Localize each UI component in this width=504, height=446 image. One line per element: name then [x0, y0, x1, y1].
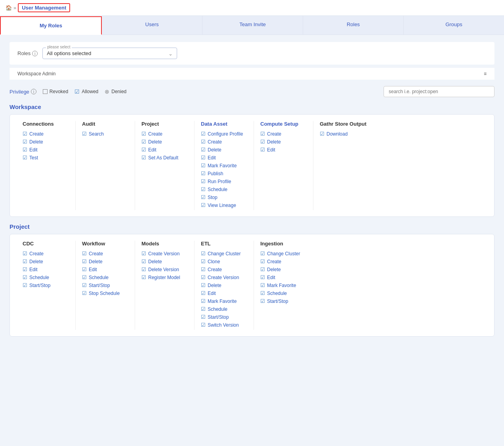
perm-item: ☑Create: [260, 131, 307, 137]
roles-info-icon: i: [32, 51, 38, 56]
check-icon: ☑: [201, 322, 206, 328]
perm-item: ☑View Lineage: [201, 202, 247, 208]
check-icon: ☑: [141, 258, 146, 264]
perm-column-workflow: Workflow☑Create☑Delete☑Edit☑Schedule☑Sta…: [76, 241, 135, 330]
perm-item: ☑Delete: [201, 147, 247, 153]
perm-item: ☑Delete: [201, 282, 247, 288]
perm-item: ☑Create Version: [201, 274, 247, 280]
check-icon: ☑: [23, 274, 27, 280]
check-icon: ☑: [201, 306, 206, 312]
roles-dropdown[interactable]: please select All options selected ⌄: [42, 48, 177, 59]
check-icon: ☑: [23, 266, 27, 272]
search-input[interactable]: [384, 86, 494, 97]
perm-item: ☑Create: [260, 258, 307, 264]
perm-item: ☑Clone: [201, 258, 247, 264]
perm-item: ☑Schedule: [201, 306, 247, 312]
workspace-admin-label: Workspace Admin: [17, 71, 56, 77]
perm-column-title: Gathr Store Output: [320, 121, 367, 127]
privilege-allowed: ☑ Allowed: [74, 88, 98, 95]
check-icon: ☑: [141, 139, 146, 145]
check-icon: ☑: [141, 131, 146, 137]
perm-item: ☑Switch Version: [201, 322, 247, 328]
workspace-permissions-card: Connections☑Create☑Delete☑Edit☑TestAudit…: [10, 114, 494, 217]
roles-row: Roles i please select All options select…: [10, 42, 494, 65]
perm-item: ☑Create: [201, 266, 247, 272]
check-icon: ☑: [201, 290, 206, 296]
perm-column-title: CDC: [23, 241, 69, 247]
perm-item: ☑Run Profile: [201, 178, 247, 184]
perm-item: ☑Edit: [201, 290, 247, 296]
tab-team-invite[interactable]: Team Invite: [202, 16, 303, 34]
perm-item: ☑Start/Stop: [82, 282, 128, 288]
check-icon: ☑: [201, 139, 206, 145]
perm-column-models: Models☑Create Version☑Delete☑Delete Vers…: [135, 241, 195, 330]
check-icon: ☑: [201, 163, 206, 168]
workspace-section-title: Workspace: [10, 103, 494, 110]
check-icon: ☑: [141, 147, 146, 153]
perm-item: ☑Edit: [82, 266, 128, 272]
workspace-admin-icon[interactable]: ≡: [484, 71, 487, 77]
perm-item: ☑Delete: [82, 258, 128, 264]
privilege-left: Privilege i Revoked ☑ Allowed ⊗ Denied: [10, 88, 126, 95]
perm-item: ☑Create Version: [141, 251, 188, 256]
home-icon[interactable]: 🏠: [6, 5, 12, 11]
check-icon: ☑: [201, 258, 206, 264]
roles-value: All options selected: [47, 50, 91, 56]
check-icon: ☑: [82, 282, 87, 288]
tab-roles[interactable]: Roles: [303, 16, 404, 34]
check-icon: ☑: [260, 290, 265, 296]
perm-item: ☑Download: [320, 131, 367, 137]
check-icon: ☑: [23, 251, 27, 256]
check-icon: ☑: [82, 251, 87, 256]
perm-item: ☑Stop Schedule: [82, 290, 128, 296]
roles-placeholder: please select: [46, 45, 71, 49]
check-icon: ☑: [82, 258, 87, 264]
tab-groups[interactable]: Groups: [404, 16, 504, 34]
perm-item: ☑Change Cluster: [260, 251, 307, 256]
perm-column-title: Models: [141, 241, 188, 247]
revoke-checkbox-icon: [43, 89, 48, 94]
check-icon: ☑: [201, 186, 206, 192]
perm-item: ☑Create: [82, 251, 128, 256]
project-section-title: Project: [10, 223, 494, 230]
perm-item: ☑Schedule: [82, 274, 128, 280]
check-icon: ☑: [260, 282, 265, 288]
tab-my-roles[interactable]: My Roles: [0, 16, 102, 35]
check-icon: ☑: [201, 251, 206, 256]
perm-item: ☑Start/Stop: [23, 282, 69, 288]
check-icon: ☑: [320, 131, 325, 137]
perm-column-audit: Audit☑Search: [76, 121, 135, 210]
perm-item: ☑Schedule: [260, 290, 307, 296]
perm-item: ☑Test: [23, 155, 69, 161]
chevron-down-icon: ⌄: [168, 50, 173, 56]
check-icon: ☑: [82, 131, 87, 137]
roles-label: Roles i: [17, 50, 38, 56]
perm-item: ☑Create: [23, 251, 69, 256]
check-icon: ☑: [23, 131, 27, 137]
check-icon: ☑: [201, 131, 206, 137]
privilege-revoked: Revoked: [43, 89, 68, 94]
check-icon: ☑: [201, 178, 206, 184]
perm-item: ☑Delete: [23, 258, 69, 264]
perm-item: ☑Mark Favorite: [201, 298, 247, 304]
check-icon: ☑: [201, 155, 206, 161]
perm-item: ☑Edit: [260, 147, 307, 153]
check-icon: ☑: [23, 147, 27, 153]
check-icon: ☑: [260, 298, 265, 304]
allowed-checkbox-icon: ☑: [74, 88, 80, 95]
check-icon: ☑: [201, 298, 206, 304]
perm-item: ☑Delete: [23, 139, 69, 145]
perm-item: ☑Start/Stop: [260, 298, 307, 304]
perm-column-ingestion: Ingestion☑Change Cluster☑Create☑Delete☑E…: [254, 241, 313, 330]
perm-column-data-asset: Data Asset☑Configure Profile☑Create☑Dele…: [195, 121, 254, 210]
perm-column-gathr-store-output: Gathr Store Output☑Download: [313, 121, 373, 210]
perm-item: ☑Change Cluster: [201, 251, 247, 256]
check-icon: ☑: [260, 139, 265, 145]
tabs-bar: My Roles Users Team Invite Roles Groups: [0, 16, 504, 35]
perm-column-title: ETL: [201, 241, 247, 247]
perm-item: ☑Mark Favorite: [260, 282, 307, 288]
tab-users[interactable]: Users: [102, 16, 202, 34]
perm-column-compute-setup: Compute Setup☑Create☑Delete☑Edit: [254, 121, 313, 210]
check-icon: ☑: [260, 266, 265, 272]
perm-item: ☑Delete Version: [141, 266, 188, 272]
